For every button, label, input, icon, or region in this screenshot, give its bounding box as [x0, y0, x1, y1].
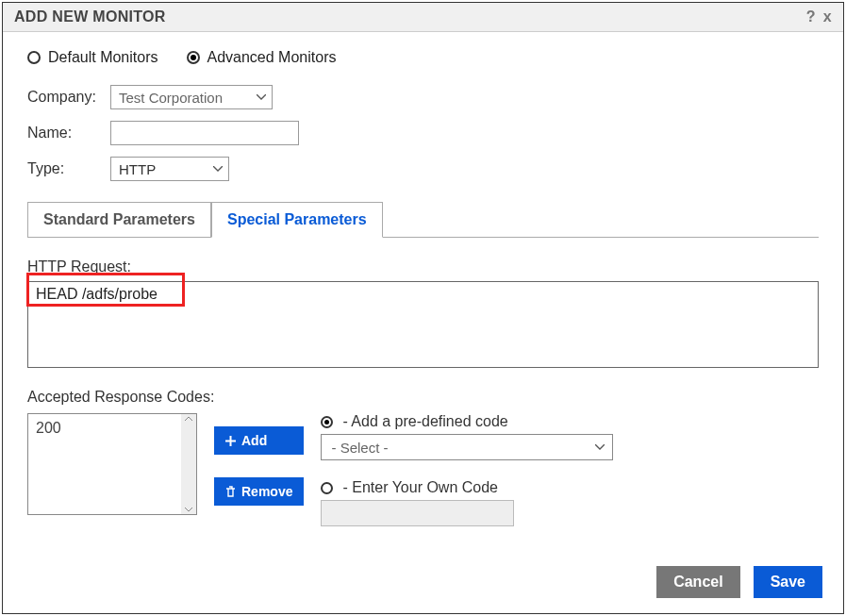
dialog-titlebar: ADD NEW MONITOR ? x: [3, 3, 843, 32]
predefined-code-radio[interactable]: [321, 416, 333, 428]
remove-code-button[interactable]: Remove: [214, 477, 304, 506]
company-select-value: Test Corporation: [119, 90, 223, 106]
http-request-value: HEAD /adfs/probe: [36, 286, 158, 302]
dialog-footer: Cancel Save: [656, 566, 822, 598]
advanced-monitors-label: Advanced Monitors: [207, 49, 337, 66]
radio-icon: [187, 51, 200, 64]
name-input[interactable]: [110, 121, 299, 145]
tab-label: Standard Parameters: [43, 211, 195, 227]
own-code-input[interactable]: [321, 500, 514, 526]
chevron-down-icon: [595, 444, 605, 450]
predefined-code-label: - Add a pre-defined code: [342, 413, 507, 430]
save-button-label: Save: [771, 574, 805, 591]
remove-button-label: Remove: [241, 484, 292, 499]
type-select[interactable]: HTTP: [110, 157, 229, 181]
default-monitors-radio[interactable]: Default Monitors: [27, 49, 158, 66]
tab-label: Special Parameters: [227, 211, 367, 227]
type-label: Type:: [27, 160, 110, 177]
cancel-button-label: Cancel: [673, 574, 722, 591]
add-code-button[interactable]: Add: [214, 426, 304, 455]
add-button-label: Add: [241, 433, 267, 448]
chevron-down-icon: [213, 166, 223, 172]
http-request-textarea[interactable]: HEAD /adfs/probe: [27, 281, 819, 368]
help-icon[interactable]: ?: [806, 8, 816, 25]
save-button[interactable]: Save: [754, 566, 822, 598]
cancel-button[interactable]: Cancel: [656, 566, 739, 598]
plus-icon: [225, 436, 236, 446]
parameter-tabs: Standard Parameters Special Parameters: [27, 202, 819, 238]
predefined-code-select[interactable]: - Select -: [321, 434, 613, 460]
add-monitor-dialog: ADD NEW MONITOR ? x Default Monitors Adv…: [2, 2, 844, 614]
company-select[interactable]: Test Corporation: [110, 85, 273, 109]
listbox-scrollbar[interactable]: [181, 414, 196, 514]
advanced-monitors-radio[interactable]: Advanced Monitors: [187, 49, 337, 66]
radio-icon: [321, 482, 333, 494]
scroll-down-icon: [185, 507, 192, 512]
predefined-select-value: - Select -: [331, 440, 388, 456]
response-codes-listbox[interactable]: 200: [27, 413, 197, 515]
close-icon[interactable]: x: [823, 8, 832, 25]
scroll-up-icon: [185, 416, 192, 422]
chevron-down-icon: [257, 94, 266, 100]
trash-icon: [225, 486, 236, 497]
company-label: Company:: [27, 89, 110, 106]
default-monitors-label: Default Monitors: [48, 49, 158, 66]
own-code-radio[interactable]: [321, 482, 333, 494]
tab-special-parameters[interactable]: Special Parameters: [211, 202, 383, 238]
tab-standard-parameters[interactable]: Standard Parameters: [27, 202, 211, 237]
radio-icon: [321, 416, 333, 428]
http-request-label: HTTP Request:: [27, 258, 819, 275]
monitor-mode-radios: Default Monitors Advanced Monitors: [27, 49, 819, 66]
radio-icon: [27, 51, 41, 64]
name-label: Name:: [27, 125, 110, 142]
code-item[interactable]: 200: [36, 420, 61, 436]
accepted-codes-label: Accepted Response Codes:: [27, 389, 819, 406]
type-select-value: HTTP: [119, 161, 156, 177]
own-code-label: - Enter Your Own Code: [342, 479, 498, 496]
dialog-title: ADD NEW MONITOR: [14, 8, 166, 25]
